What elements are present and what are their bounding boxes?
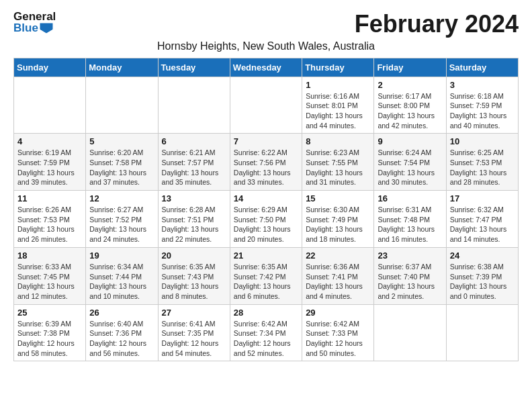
calendar-cell: 10Sunrise: 6:25 AM Sunset: 7:53 PM Dayli… — [446, 134, 518, 191]
day-info: Sunrise: 6:30 AM Sunset: 7:49 PM Dayligh… — [306, 205, 370, 244]
logo-arrow-icon — [40, 23, 53, 34]
day-info: Sunrise: 6:21 AM Sunset: 7:57 PM Dayligh… — [162, 148, 226, 187]
day-info: Sunrise: 6:33 AM Sunset: 7:45 PM Dayligh… — [17, 262, 82, 302]
day-number: 8 — [306, 136, 370, 146]
calendar-cell — [86, 77, 158, 134]
day-info: Sunrise: 6:35 AM Sunset: 7:43 PM Dayligh… — [162, 262, 226, 302]
day-number: 27 — [162, 308, 226, 318]
title-area: February 2024 — [355, 11, 519, 38]
day-number: 1 — [306, 80, 370, 90]
day-number: 5 — [89, 136, 154, 146]
calendar-cell — [446, 304, 518, 361]
day-number: 6 — [162, 136, 226, 146]
calendar-cell: 18Sunrise: 6:33 AM Sunset: 7:45 PM Dayli… — [14, 247, 86, 304]
day-info: Sunrise: 6:25 AM Sunset: 7:53 PM Dayligh… — [450, 148, 515, 187]
header-tuesday: Tuesday — [158, 58, 230, 77]
day-number: 29 — [306, 308, 370, 318]
day-number: 13 — [162, 193, 226, 203]
calendar-cell — [14, 77, 86, 134]
calendar-cell: 13Sunrise: 6:28 AM Sunset: 7:51 PM Dayli… — [158, 191, 230, 248]
calendar-table: SundayMondayTuesdayWednesdayThursdayFrid… — [13, 58, 519, 362]
calendar-cell: 11Sunrise: 6:26 AM Sunset: 7:53 PM Dayli… — [14, 191, 86, 248]
calendar-cell: 16Sunrise: 6:31 AM Sunset: 7:48 PM Dayli… — [374, 191, 446, 248]
calendar-cell: 7Sunrise: 6:22 AM Sunset: 7:56 PM Daylig… — [230, 134, 302, 191]
day-number: 11 — [17, 193, 82, 203]
calendar-cell: 23Sunrise: 6:37 AM Sunset: 7:40 PM Dayli… — [374, 247, 446, 304]
day-info: Sunrise: 6:20 AM Sunset: 7:58 PM Dayligh… — [89, 148, 154, 187]
calendar-cell: 14Sunrise: 6:29 AM Sunset: 7:50 PM Dayli… — [230, 191, 302, 248]
header-monday: Monday — [86, 58, 158, 77]
day-info: Sunrise: 6:19 AM Sunset: 7:59 PM Dayligh… — [17, 148, 82, 187]
day-info: Sunrise: 6:41 AM Sunset: 7:35 PM Dayligh… — [162, 319, 226, 359]
day-info: Sunrise: 6:35 AM Sunset: 7:42 PM Dayligh… — [234, 262, 298, 302]
calendar-cell — [230, 77, 302, 134]
day-info: Sunrise: 6:28 AM Sunset: 7:51 PM Dayligh… — [162, 205, 226, 244]
calendar-cell: 25Sunrise: 6:39 AM Sunset: 7:38 PM Dayli… — [14, 304, 86, 361]
week-row-4: 18Sunrise: 6:33 AM Sunset: 7:45 PM Dayli… — [14, 247, 519, 304]
day-number: 3 — [450, 80, 515, 90]
calendar-cell: 22Sunrise: 6:36 AM Sunset: 7:41 PM Dayli… — [302, 247, 374, 304]
logo: General Blue — [13, 11, 56, 34]
calendar-cell: 4Sunrise: 6:19 AM Sunset: 7:59 PM Daylig… — [14, 134, 86, 191]
calendar-cell: 3Sunrise: 6:18 AM Sunset: 7:59 PM Daylig… — [446, 77, 518, 134]
week-row-3: 11Sunrise: 6:26 AM Sunset: 7:53 PM Dayli… — [14, 191, 519, 248]
calendar-cell: 27Sunrise: 6:41 AM Sunset: 7:35 PM Dayli… — [158, 304, 230, 361]
day-number: 10 — [450, 136, 515, 146]
header-saturday: Saturday — [446, 58, 518, 77]
header-sunday: Sunday — [14, 58, 86, 77]
calendar-cell: 21Sunrise: 6:35 AM Sunset: 7:42 PM Dayli… — [230, 247, 302, 304]
calendar-cell: 17Sunrise: 6:32 AM Sunset: 7:47 PM Dayli… — [446, 191, 518, 248]
header-wednesday: Wednesday — [230, 58, 302, 77]
day-info: Sunrise: 6:24 AM Sunset: 7:54 PM Dayligh… — [378, 148, 442, 187]
day-number: 12 — [89, 193, 154, 203]
calendar-cell: 6Sunrise: 6:21 AM Sunset: 7:57 PM Daylig… — [158, 134, 230, 191]
day-info: Sunrise: 6:16 AM Sunset: 8:01 PM Dayligh… — [306, 91, 370, 131]
calendar-cell: 20Sunrise: 6:35 AM Sunset: 7:43 PM Dayli… — [158, 247, 230, 304]
day-info: Sunrise: 6:37 AM Sunset: 7:40 PM Dayligh… — [378, 262, 442, 302]
day-info: Sunrise: 6:26 AM Sunset: 7:53 PM Dayligh… — [17, 205, 82, 244]
day-info: Sunrise: 6:32 AM Sunset: 7:47 PM Dayligh… — [450, 205, 515, 244]
day-number: 24 — [450, 250, 515, 261]
day-info: Sunrise: 6:38 AM Sunset: 7:39 PM Dayligh… — [450, 262, 515, 302]
day-info: Sunrise: 6:29 AM Sunset: 7:50 PM Dayligh… — [234, 205, 298, 244]
day-info: Sunrise: 6:17 AM Sunset: 8:00 PM Dayligh… — [378, 91, 442, 131]
day-number: 20 — [162, 250, 226, 261]
day-number: 9 — [378, 136, 442, 146]
calendar-cell: 8Sunrise: 6:23 AM Sunset: 7:55 PM Daylig… — [302, 134, 374, 191]
header-friday: Friday — [374, 58, 446, 77]
day-number: 25 — [17, 308, 82, 318]
day-number: 28 — [234, 308, 298, 318]
day-number: 26 — [89, 308, 154, 318]
day-number: 17 — [450, 193, 515, 203]
day-info: Sunrise: 6:39 AM Sunset: 7:38 PM Dayligh… — [17, 319, 82, 359]
day-number: 16 — [378, 193, 442, 203]
day-info: Sunrise: 6:27 AM Sunset: 7:52 PM Dayligh… — [89, 205, 154, 244]
day-info: Sunrise: 6:34 AM Sunset: 7:44 PM Dayligh… — [89, 262, 154, 302]
month-title: February 2024 — [355, 11, 519, 38]
svg-marker-0 — [40, 23, 53, 34]
day-info: Sunrise: 6:18 AM Sunset: 7:59 PM Dayligh… — [450, 91, 515, 131]
day-number: 22 — [306, 250, 370, 261]
header: General Blue February 2024 — [13, 11, 519, 38]
calendar-cell: 29Sunrise: 6:42 AM Sunset: 7:33 PM Dayli… — [302, 304, 374, 361]
day-info: Sunrise: 6:36 AM Sunset: 7:41 PM Dayligh… — [306, 262, 370, 302]
day-number: 15 — [306, 193, 370, 203]
day-number: 18 — [17, 250, 82, 261]
day-number: 14 — [234, 193, 298, 203]
day-info: Sunrise: 6:31 AM Sunset: 7:48 PM Dayligh… — [378, 205, 442, 244]
calendar-cell: 24Sunrise: 6:38 AM Sunset: 7:39 PM Dayli… — [446, 247, 518, 304]
day-info: Sunrise: 6:22 AM Sunset: 7:56 PM Dayligh… — [234, 148, 298, 187]
day-number: 23 — [378, 250, 442, 261]
calendar-header-row: SundayMondayTuesdayWednesdayThursdayFrid… — [14, 58, 519, 77]
calendar-cell: 28Sunrise: 6:42 AM Sunset: 7:34 PM Dayli… — [230, 304, 302, 361]
header-thursday: Thursday — [302, 58, 374, 77]
day-info: Sunrise: 6:42 AM Sunset: 7:33 PM Dayligh… — [306, 319, 370, 359]
week-row-2: 4Sunrise: 6:19 AM Sunset: 7:59 PM Daylig… — [14, 134, 519, 191]
calendar-cell: 15Sunrise: 6:30 AM Sunset: 7:49 PM Dayli… — [302, 191, 374, 248]
calendar-cell: 26Sunrise: 6:40 AM Sunset: 7:36 PM Dayli… — [86, 304, 158, 361]
calendar-cell: 1Sunrise: 6:16 AM Sunset: 8:01 PM Daylig… — [302, 77, 374, 134]
day-number: 7 — [234, 136, 298, 146]
calendar-cell — [374, 304, 446, 361]
week-row-1: 1Sunrise: 6:16 AM Sunset: 8:01 PM Daylig… — [14, 77, 519, 134]
calendar-cell: 19Sunrise: 6:34 AM Sunset: 7:44 PM Dayli… — [86, 247, 158, 304]
